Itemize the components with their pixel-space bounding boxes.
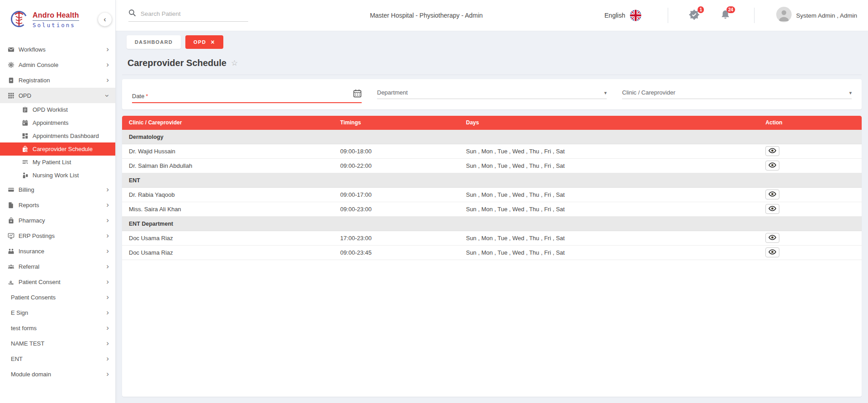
user-avatar [776, 7, 792, 24]
sidebar-item-opd-worklist[interactable]: OPD Worklist [0, 103, 115, 116]
view-button[interactable] [765, 161, 779, 171]
sidebar-item-name-test[interactable]: NAME TEST› [0, 336, 115, 351]
sidebar-menu: Workflows›Admin Console›Registration›OPD… [0, 40, 115, 382]
chevron-right-icon: › [106, 324, 109, 332]
timings: 09:00-23:45 [340, 249, 466, 256]
calendar-icon [21, 119, 29, 127]
sidebar-item-patient-consents[interactable]: Patient Consents› [0, 289, 115, 305]
chevron-right-icon: › [106, 61, 109, 68]
sidebar-item-erp-postings[interactable]: ERP Postings› [0, 228, 115, 243]
sidebar-item-my-patient-list[interactable]: My Patient List [0, 156, 115, 169]
sidebar-item-careprovider-schedule[interactable]: Careprovider Schedule [0, 142, 115, 156]
favorite-star-icon[interactable]: ☆ [231, 58, 238, 68]
timings: 09:00-23:00 [340, 206, 466, 213]
input-underline [377, 99, 607, 99]
chevron-right-icon: › [106, 308, 109, 316]
sidebar-item-admin-console[interactable]: Admin Console› [0, 57, 115, 72]
view-button[interactable] [765, 204, 779, 214]
approvals-badge: 1 [698, 6, 704, 13]
eye-icon [769, 249, 776, 256]
view-button[interactable] [765, 190, 779, 199]
days: Sun , Mon , Tue , Wed , Thu , Fri , Sat [466, 206, 766, 213]
clinic-careprovider-label: Clinic / Careprovider [622, 89, 675, 96]
sidebar-item-referral[interactable]: Referral› [0, 259, 115, 274]
sidebar-item-label: Registration [19, 77, 106, 84]
calendar-icon[interactable] [353, 89, 362, 100]
sidebar-item-opd[interactable]: OPD› [0, 88, 115, 103]
sidebar-item-module-domain[interactable]: Module domain› [0, 366, 115, 382]
sidebar-item-label: Workflows [19, 46, 106, 53]
schedule-table-body: DermatologyDr. Wajid Hussain09:00-18:00S… [122, 130, 862, 260]
registration-icon [7, 76, 15, 84]
approvals-button[interactable]: 1 [689, 9, 699, 21]
user-menu[interactable]: System Admin , Admin [776, 7, 857, 24]
referral-icon [7, 263, 15, 270]
eye-icon [769, 191, 776, 198]
careprovider-name: Dr. Wajid Hussain [122, 148, 340, 155]
filter-panel: Date* [122, 79, 862, 109]
schedule-icon [21, 145, 29, 153]
chevron-right-icon: › [106, 262, 109, 270]
sidebar-item-patient-consent[interactable]: Patient Consent› [0, 274, 115, 289]
sidebar-item-billing[interactable]: Billing› [0, 182, 115, 197]
timings: 09:00-17:00 [340, 191, 466, 198]
sidebar-item-test-forms[interactable]: test forms› [0, 320, 115, 336]
sidebar-item-insurance[interactable]: Insurance› [0, 243, 115, 259]
sidebar-item-ent[interactable]: ENT› [0, 351, 115, 366]
chevron-right-icon: › [106, 216, 109, 224]
clinic-careprovider-select[interactable]: Clinic / Careprovider ▾ [622, 89, 852, 103]
view-button[interactable] [765, 233, 779, 243]
opd-grid-icon [7, 92, 15, 100]
sidebar-item-registration[interactable]: Registration› [0, 72, 115, 88]
chevron-right-icon: › [106, 45, 109, 53]
department-select[interactable]: Department ▾ [377, 89, 607, 103]
view-button[interactable] [765, 247, 779, 257]
days: Sun , Mon , Tue , Wed , Thu , Fri , Sat [466, 191, 766, 198]
content-area: DASHBOARD OPD × Careprovider Schedule ☆ … [116, 31, 868, 403]
search-input[interactable] [141, 10, 248, 17]
column-header-clinic-careprovider: Clinic / Careprovider [122, 119, 340, 126]
language-selector[interactable]: English [604, 9, 642, 21]
user-name: System Admin , Admin [796, 12, 857, 19]
page-title: Careprovider Schedule [127, 58, 226, 68]
sidebar-item-e-sign[interactable]: E Sign› [0, 305, 115, 320]
table-row: Dr. Rabia Yaqoob09:00-17:00Sun , Mon , T… [122, 188, 862, 202]
notifications-button[interactable]: 24 [720, 9, 731, 21]
careprovider-name: Doc Usama Riaz [122, 235, 340, 242]
sidebar-item-appointments[interactable]: Appointments [0, 116, 115, 129]
sidebar-collapse-button[interactable]: ‹ [98, 13, 112, 26]
tab-dashboard[interactable]: DASHBOARD [127, 35, 181, 49]
search-icon [128, 9, 141, 19]
required-asterisk: * [146, 93, 148, 100]
date-label: Date* [132, 93, 148, 100]
sidebar-item-label: Patient Consent [19, 279, 106, 285]
sidebar-item-appointments-dashboard[interactable]: Appointments Dashboard [0, 129, 115, 142]
days: Sun , Mon , Tue , Wed , Thu , Fri , Sat [466, 162, 766, 169]
schedule-table: Clinic / CareproviderTimingsDaysAction D… [122, 116, 862, 397]
tab-opd[interactable]: OPD × [185, 35, 223, 49]
sidebar-item-reports[interactable]: Reports› [0, 197, 115, 213]
input-underline [622, 99, 852, 99]
chevron-down-icon: ▾ [604, 90, 607, 96]
sidebar-item-label: NAME TEST [11, 340, 106, 347]
days: Sun , Mon , Tue , Wed , Thu , Fri , Sat [466, 249, 766, 256]
sidebar-item-pharmacy[interactable]: Pharmacy› [0, 213, 115, 228]
action-cell [765, 204, 862, 214]
chevron-right-icon: › [106, 185, 109, 193]
date-field[interactable]: Date* [132, 89, 362, 103]
notifications-badge: 24 [726, 6, 735, 13]
eye-icon [769, 148, 776, 155]
column-header-days: Days [466, 119, 766, 126]
close-icon[interactable]: × [211, 38, 215, 46]
sidebar-item-nursing-work-list[interactable]: Nursing Work List [0, 169, 115, 182]
view-button[interactable] [765, 146, 779, 156]
careprovider-name: Dr. Rabia Yaqoob [122, 191, 340, 198]
sidebar-item-workflows[interactable]: Workflows› [0, 42, 115, 57]
days: Sun , Mon , Tue , Wed , Thu , Fri , Sat [466, 148, 766, 155]
careprovider-name: Dr. Salman Bin Abdullah [122, 162, 340, 169]
table-group-row: ENT [122, 173, 862, 188]
table-group-row: ENT Department [122, 217, 862, 231]
worklist-icon [21, 106, 29, 114]
column-header-action: Action [765, 119, 862, 126]
dashboard-icon [21, 132, 29, 140]
